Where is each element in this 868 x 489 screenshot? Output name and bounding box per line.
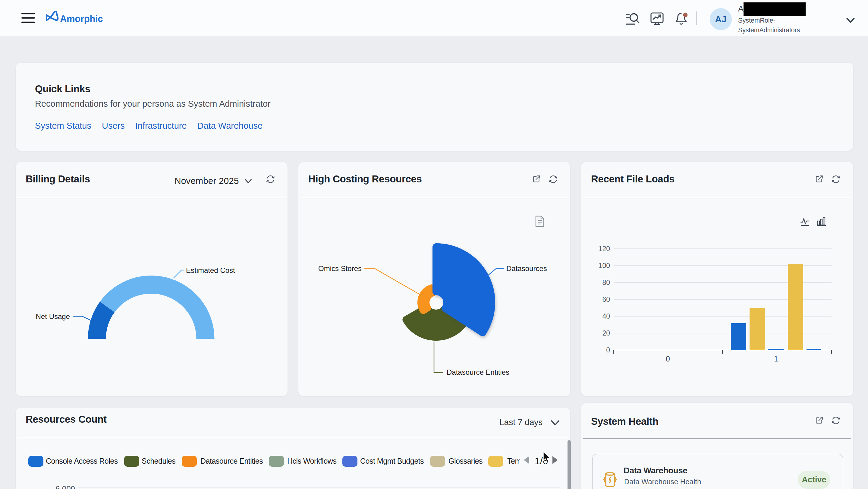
- svg-text:120: 120: [598, 245, 610, 253]
- svg-text:0: 0: [666, 355, 670, 363]
- svg-text:Datasource Entities: Datasource Entities: [447, 368, 509, 376]
- svg-text:0: 0: [606, 346, 610, 354]
- svg-text:Datasources: Datasources: [506, 265, 547, 273]
- svg-text:Estimated Cost: Estimated Cost: [186, 266, 235, 274]
- svg-text:1: 1: [774, 355, 778, 363]
- svg-text:Net Usage: Net Usage: [36, 312, 70, 320]
- svg-text:20: 20: [602, 329, 610, 337]
- svg-text:60: 60: [602, 296, 610, 303]
- svg-text:Omics Stores: Omics Stores: [318, 265, 362, 273]
- svg-text:80: 80: [602, 279, 610, 286]
- svg-text:100: 100: [598, 262, 610, 270]
- svg-text:40: 40: [602, 312, 610, 320]
